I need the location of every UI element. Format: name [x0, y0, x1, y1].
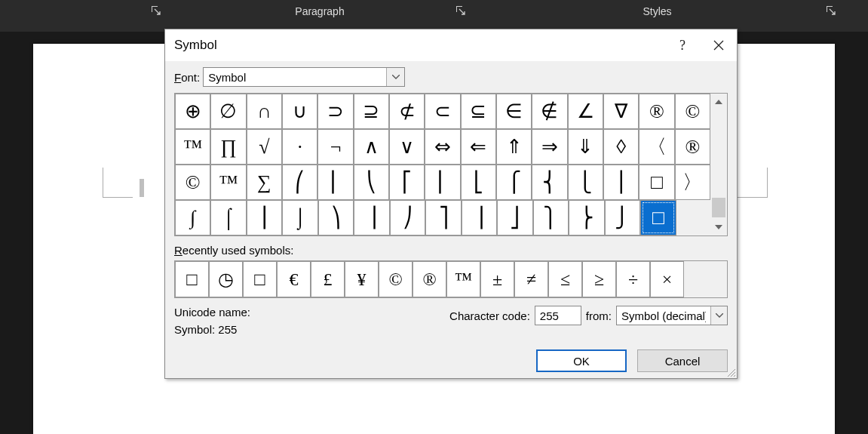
symbol-cell[interactable]: ⊂ — [425, 94, 460, 129]
symbol-cell[interactable]: ⎠ — [390, 200, 425, 235]
recent-symbol-cell[interactable]: □ — [243, 261, 277, 297]
symbol-cell[interactable]: ⇔ — [425, 129, 460, 165]
recent-symbol-cell[interactable]: £ — [311, 261, 345, 297]
symbol-cell[interactable]: ◊ — [603, 129, 639, 165]
symbol-cell[interactable]: ⊄ — [389, 94, 425, 129]
symbol-cell[interactable]: ⊕ — [175, 94, 210, 129]
symbol-cell[interactable]: ⌡ — [282, 200, 317, 235]
symbol-cell[interactable]: ∫ — [175, 200, 210, 235]
symbol-cell[interactable]: ⎨ — [532, 165, 567, 200]
symbol-grid-row: ©™∑⎛⎜⎝⎡⎢⎣⎧⎨⎩⎪□〉 — [175, 165, 710, 200]
symbol-cell[interactable]: 〉 — [675, 165, 710, 200]
character-code-input[interactable] — [535, 306, 581, 325]
symbol-cell[interactable]: © — [675, 94, 710, 129]
scroll-up-icon[interactable] — [710, 94, 727, 110]
symbol-cell[interactable]: ∠ — [568, 94, 603, 129]
ok-button[interactable]: OK — [536, 349, 627, 372]
symbol-cell[interactable]: ⊆ — [461, 94, 496, 129]
dialog-titlebar[interactable]: Symbol ? — [165, 29, 737, 61]
symbol-cell[interactable]: ⎦ — [497, 200, 532, 235]
symbol-cell[interactable]: ⎞ — [318, 200, 354, 235]
recent-symbol-cell[interactable]: ≠ — [514, 261, 548, 297]
chevron-down-icon[interactable] — [710, 306, 727, 325]
symbol-cell[interactable]: ⇒ — [532, 129, 567, 165]
symbol-cell[interactable]: ⎢ — [425, 165, 460, 200]
symbol-cell[interactable]: ⎬ — [569, 200, 604, 235]
font-input[interactable] — [204, 68, 386, 86]
symbol-cell[interactable]: ™ — [175, 129, 210, 165]
dialog-launcher-icon[interactable] — [826, 5, 836, 16]
recent-symbol-cell[interactable]: ¥ — [345, 261, 379, 297]
symbol-cell[interactable]: · — [282, 129, 317, 165]
symbol-cell[interactable]: ∑ — [247, 165, 282, 200]
scroll-down-icon[interactable] — [710, 219, 727, 235]
help-button[interactable]: ? — [664, 29, 701, 61]
resize-grip-icon[interactable] — [725, 367, 736, 377]
symbol-cell[interactable]: ⇐ — [461, 129, 496, 165]
symbol-cell[interactable]: √ — [247, 129, 282, 165]
symbol-cell[interactable]: ⎪ — [603, 165, 639, 200]
symbol-cell[interactable]: ∨ — [389, 129, 425, 165]
recent-symbol-cell[interactable]: ≤ — [548, 261, 582, 297]
symbol-cell[interactable]: ∉ — [532, 94, 567, 129]
text-cursor — [140, 179, 144, 197]
ribbon-group-label: Paragraph — [167, 5, 472, 17]
recent-symbol-cell[interactable]: ◷ — [209, 261, 243, 297]
symbol-cell[interactable]: ∧ — [354, 129, 389, 165]
symbol-cell[interactable]: ⎜ — [317, 165, 353, 200]
symbol-cell[interactable]: ⇑ — [496, 129, 532, 165]
symbol-cell[interactable]: ⎡ — [389, 165, 425, 200]
symbol-cell[interactable]: □ — [639, 165, 674, 200]
symbol-cell[interactable]: ∈ — [496, 94, 532, 129]
recent-symbol-cell[interactable]: ™ — [446, 261, 480, 297]
symbol-cell[interactable]: ® — [675, 129, 710, 165]
from-input[interactable] — [617, 306, 710, 325]
cancel-button[interactable]: Cancel — [637, 349, 728, 372]
symbol-cell[interactable]: ⎧ — [496, 165, 532, 200]
symbol-grid-row: ∫⌠⎮⌡⎞⎟⎠⎤⎥⎦⎫⎬⎭□ — [175, 200, 710, 235]
recent-symbol-cell[interactable]: © — [379, 261, 413, 297]
scroll-track[interactable] — [710, 110, 727, 219]
symbol-cell[interactable]: ¬ — [317, 129, 353, 165]
recent-symbol-cell[interactable]: € — [277, 261, 311, 297]
symbol-cell[interactable]: ∩ — [247, 94, 282, 129]
symbol-cell[interactable]: ⊃ — [317, 94, 353, 129]
dialog-launcher-icon[interactable] — [455, 5, 466, 16]
symbol-cell[interactable]: ⎣ — [461, 165, 496, 200]
symbol-cell[interactable]: ⎫ — [533, 200, 569, 235]
symbol-cell[interactable]: 〈 — [639, 129, 674, 165]
recent-symbol-cell[interactable]: ≥ — [582, 261, 616, 297]
symbol-cell[interactable]: ⇓ — [568, 129, 603, 165]
recent-symbol-cell[interactable]: × — [650, 261, 684, 297]
symbol-cell[interactable]: ⎝ — [354, 165, 389, 200]
close-button[interactable] — [701, 29, 737, 61]
font-combo[interactable] — [203, 67, 405, 87]
symbol-cell[interactable]: ∪ — [282, 94, 317, 129]
recent-symbol-cell[interactable]: ÷ — [616, 261, 650, 297]
scroll-thumb[interactable] — [712, 198, 725, 217]
symbol-cell[interactable]: ⎛ — [282, 165, 317, 200]
symbol-cell[interactable]: ∅ — [210, 94, 246, 129]
recent-symbol-cell[interactable]: □ — [175, 261, 209, 297]
recent-symbol-cell[interactable]: ® — [413, 261, 446, 297]
symbol-cell[interactable]: □ — [640, 200, 676, 235]
grid-scrollbar[interactable] — [710, 94, 727, 235]
symbol-cell[interactable]: ⎟ — [354, 200, 389, 235]
symbol-cell[interactable]: ⌠ — [210, 200, 246, 235]
recent-symbol-cell[interactable]: ± — [480, 261, 514, 297]
from-combo[interactable] — [616, 306, 728, 325]
symbol-cell[interactable]: ® — [639, 94, 674, 129]
symbol-cell[interactable]: ™ — [210, 165, 246, 200]
symbol-cell[interactable]: ∇ — [603, 94, 639, 129]
symbol-cell[interactable]: ⎤ — [425, 200, 461, 235]
chevron-down-icon[interactable] — [386, 68, 404, 86]
dialog-launcher-icon[interactable] — [151, 5, 161, 16]
info-row: Unicode name: Symbol: 255 Character code… — [174, 306, 728, 336]
symbol-cell[interactable]: ⎥ — [462, 200, 497, 235]
symbol-cell[interactable]: ⎭ — [605, 200, 640, 235]
symbol-cell[interactable]: ⎩ — [568, 165, 603, 200]
symbol-cell[interactable]: ⊇ — [354, 94, 389, 129]
symbol-cell[interactable]: ⎮ — [247, 200, 282, 235]
symbol-cell[interactable]: ∏ — [210, 129, 246, 165]
symbol-cell[interactable]: © — [175, 165, 210, 200]
